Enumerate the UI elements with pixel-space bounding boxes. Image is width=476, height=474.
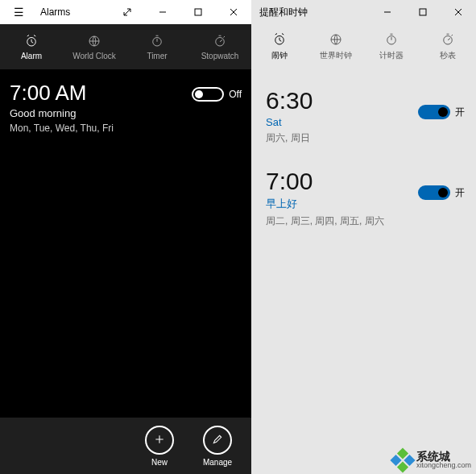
alarm-item[interactable]: 7:00 AM Good morning Mon, Tue, Wed, Thu,… xyxy=(10,81,242,134)
alarm-days: 周二, 周三, 周四, 周五, 周六 xyxy=(266,214,465,228)
timer-icon xyxy=(384,32,399,48)
expand-button[interactable] xyxy=(110,0,145,24)
stopwatch-icon xyxy=(441,32,455,48)
globe-icon xyxy=(329,32,343,48)
tab-worldclock[interactable]: World Clock xyxy=(63,24,126,69)
alarm-icon xyxy=(24,34,39,50)
tab-label: 计时器 xyxy=(379,50,404,61)
alarm-item[interactable]: 6:30 Sat 周六, 周日 开 xyxy=(266,87,465,145)
tab-label: Stopwatch xyxy=(201,52,239,60)
svg-rect-5 xyxy=(420,9,426,15)
plus-icon xyxy=(153,433,166,447)
alarm-toggle-wrap: Off xyxy=(192,87,242,102)
tab-label: 闹钟 xyxy=(271,50,288,61)
tab-label: Alarm xyxy=(21,52,42,60)
tab-alarm[interactable]: Alarm xyxy=(0,24,63,69)
tab-alarm[interactable]: 闹钟 xyxy=(251,24,308,69)
titlebar-right: 提醒和时钟 xyxy=(251,0,476,24)
alarm-list-left: 7:00 AM Good morning Mon, Tue, Wed, Thu,… xyxy=(0,69,251,418)
new-button[interactable]: New xyxy=(134,426,185,467)
alarm-days: 周六, 周日 xyxy=(266,131,465,145)
pencil-icon xyxy=(211,433,224,447)
close-button[interactable] xyxy=(216,0,251,24)
alarm-list-right: 6:30 Sat 周六, 周日 开 7:00 早上好 周二, 周三, 周四, 周… xyxy=(251,69,476,474)
tab-label: Timer xyxy=(147,52,167,60)
alarm-name: Good morning xyxy=(10,107,242,119)
close-button[interactable] xyxy=(441,0,476,24)
tab-stopwatch[interactable]: 秒表 xyxy=(420,24,476,69)
manage-button[interactable]: Manage xyxy=(192,426,243,467)
alarm-icon xyxy=(272,32,287,48)
cmd-label: New xyxy=(151,458,168,467)
app-window-right: 提醒和时钟 闹钟 世界时钟 计时器 秒表 6:30 Sat 周六, 周日 xyxy=(251,0,476,474)
tab-worldclock[interactable]: 世界时钟 xyxy=(308,24,364,69)
alarm-toggle[interactable] xyxy=(192,87,224,102)
minimize-button[interactable] xyxy=(370,0,405,24)
tab-stopwatch[interactable]: Stopwatch xyxy=(188,24,251,69)
globe-icon xyxy=(87,34,101,50)
alarm-toggle-wrap: 开 xyxy=(418,185,465,200)
app-title-left: Alarms xyxy=(37,6,110,18)
hamburger-icon[interactable]: ☰ xyxy=(0,6,37,19)
timer-icon xyxy=(150,34,164,50)
alarm-toggle[interactable] xyxy=(418,105,450,119)
app-window-left: ☰ Alarms Alarm World Clock Timer Stopwat… xyxy=(0,0,251,474)
alarm-toggle-wrap: 开 xyxy=(418,105,465,119)
alarm-toggle-label: 开 xyxy=(455,186,465,200)
tab-label: 秒表 xyxy=(440,50,456,61)
tabstrip-left: Alarm World Clock Timer Stopwatch xyxy=(0,24,251,69)
alarm-toggle-label: Off xyxy=(229,89,242,100)
tab-timer[interactable]: 计时器 xyxy=(364,24,420,69)
app-title-right: 提醒和时钟 xyxy=(251,6,370,19)
stopwatch-icon xyxy=(213,34,227,50)
alarm-toggle-label: 开 xyxy=(455,106,465,119)
command-bar: New Manage xyxy=(0,418,251,474)
svg-rect-0 xyxy=(195,9,201,15)
titlebar-left: ☰ Alarms xyxy=(0,0,251,24)
tab-label: 世界时钟 xyxy=(320,50,352,61)
tab-timer[interactable]: Timer xyxy=(126,24,188,69)
minimize-button[interactable] xyxy=(145,0,180,24)
tabstrip-right: 闹钟 世界时钟 计时器 秒表 xyxy=(251,24,476,69)
alarm-item[interactable]: 7:00 早上好 周二, 周三, 周四, 周五, 周六 开 xyxy=(266,168,465,228)
maximize-button[interactable] xyxy=(180,0,216,24)
alarm-toggle[interactable] xyxy=(418,185,450,200)
alarm-days: Mon, Tue, Wed, Thu, Fri xyxy=(10,123,242,134)
tab-label: World Clock xyxy=(72,52,116,60)
cmd-label: Manage xyxy=(203,458,232,467)
maximize-button[interactable] xyxy=(405,0,441,24)
